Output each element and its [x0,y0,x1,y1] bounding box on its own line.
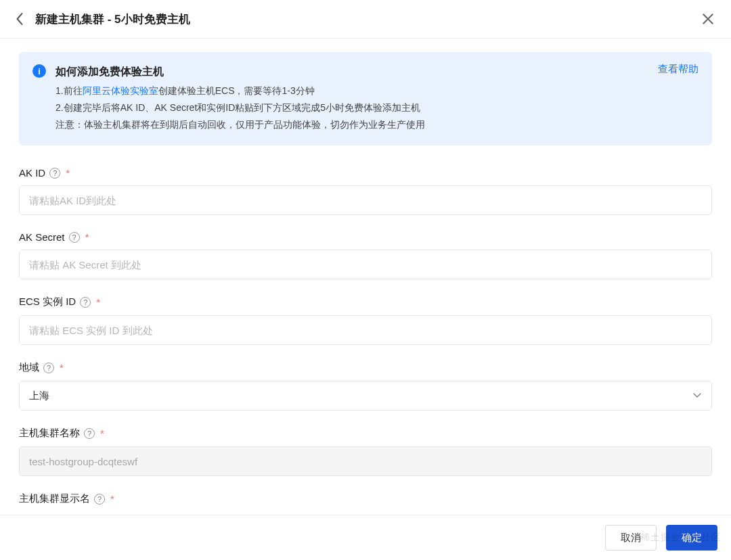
help-icon[interactable]: ? [49,168,60,179]
modal-header: 新建主机集群 - 5小时免费主机 [0,0,731,39]
display-name-label-row: 主机集群显示名 ? * [19,492,712,505]
chevron-left-icon [16,13,24,25]
region-label: 地域 [19,361,39,374]
help-icon[interactable]: ? [80,297,91,308]
ak-id-label: AK ID [19,167,45,179]
ecs-id-label-row: ECS 实例 ID ? * [19,296,712,308]
field-ecs-id: ECS 实例 ID ? * [19,296,712,345]
region-value: 上海 [29,390,49,402]
info-banner: i 如何添加免费体验主机 1.前往阿里云体验实验室创建体验主机ECS，需要等待1… [19,52,712,145]
chevron-down-icon [692,392,702,399]
help-icon[interactable]: ? [94,494,105,505]
region-select[interactable]: 上海 [19,381,712,411]
cluster-name-label: 主机集群名称 [19,427,80,440]
required-mark: * [100,427,104,439]
modal-footer: 取消 确定 [0,515,731,560]
back-button[interactable] [11,10,28,28]
info-title: 如何添加免费体验主机 [56,63,647,80]
required-mark: * [60,362,64,373]
info-line-3: 注意：体验主机集群将在到期后自动回收，仅用于产品功能体验，切勿作为业务生产使用 [56,116,647,133]
ak-id-label-row: AK ID ? * [19,167,712,179]
view-help-link[interactable]: 查看帮助 [658,63,699,133]
field-region: 地域 ? * 上海 [19,361,712,411]
required-mark: * [96,296,100,308]
create-cluster-modal: 新建主机集群 - 5小时免费主机 i 如何添加免费体验主机 1.前往阿里云体验实… [0,0,731,560]
info-icon: i [32,64,46,78]
region-label-row: 地域 ? * [19,361,712,374]
info-line-2: 2.创建完毕后将AK ID、AK Secret和实例ID粘贴到下方区域完成5小时… [56,99,647,116]
ak-secret-label: AK Secret [19,231,65,243]
modal-title: 新建主机集群 - 5小时免费主机 [35,11,699,27]
info-line-1: 1.前往阿里云体验实验室创建体验主机ECS，需要等待1-3分钟 [56,83,647,99]
required-mark: * [66,167,70,179]
required-mark: * [85,231,89,243]
close-icon [702,13,714,25]
help-icon[interactable]: ? [69,232,80,243]
display-name-label: 主机集群显示名 [19,492,90,505]
ak-secret-label-row: AK Secret ? * [19,231,712,243]
cluster-name-input [19,446,712,476]
help-icon[interactable]: ? [43,363,54,373]
field-ak-id: AK ID ? * [19,167,712,215]
field-ak-secret: AK Secret ? * [19,231,712,279]
help-icon[interactable]: ? [84,428,95,439]
cancel-button[interactable]: 取消 [605,525,657,551]
aliyun-lab-link[interactable]: 阿里云体验实验室 [83,85,158,96]
close-button[interactable] [699,9,717,28]
ecs-id-input[interactable] [19,315,712,345]
confirm-button[interactable]: 确定 [666,525,717,551]
field-cluster-name: 主机集群名称 ? * [19,427,712,476]
modal-body: i 如何添加免费体验主机 1.前往阿里云体验实验室创建体验主机ECS，需要等待1… [0,39,731,515]
ecs-id-label: ECS 实例 ID [19,296,76,308]
ak-secret-input[interactable] [19,250,712,279]
field-display-name: 主机集群显示名 ? * [19,492,712,505]
ak-id-input[interactable] [19,185,712,215]
info-content: 如何添加免费体验主机 1.前往阿里云体验实验室创建体验主机ECS，需要等待1-3… [56,63,647,133]
cluster-name-label-row: 主机集群名称 ? * [19,427,712,440]
required-mark: * [110,493,114,505]
